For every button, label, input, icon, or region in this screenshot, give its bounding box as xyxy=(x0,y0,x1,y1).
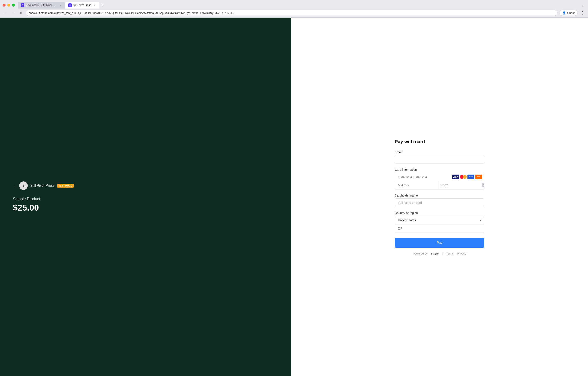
mastercard-icon xyxy=(460,175,467,179)
window-controls xyxy=(2,4,15,7)
tab-favicon-still-river: S xyxy=(68,3,72,7)
form-title: Pay with card xyxy=(395,139,484,145)
svg-rect-0 xyxy=(483,184,485,187)
svg-rect-2 xyxy=(483,186,484,186)
minimize-button[interactable] xyxy=(7,4,10,7)
back-button[interactable]: ← xyxy=(2,10,9,16)
browser-chrome: S Developers – Still River Press × S Sti… xyxy=(0,0,588,18)
left-panel: ← S Still River Press TEST MODE Sample P… xyxy=(0,18,291,376)
payment-form: Pay with card Email Card information VIS… xyxy=(395,139,484,255)
card-icons: VISA AMEX DISC xyxy=(452,175,484,179)
visa-icon: VISA xyxy=(452,175,459,179)
country-group: Country or region United States Canada U… xyxy=(395,211,484,233)
footer-links: Powered by stripe | Terms Privacy xyxy=(395,252,484,255)
country-label: Country or region xyxy=(395,211,484,215)
country-select[interactable]: United States Canada United Kingdom Aust… xyxy=(395,216,480,224)
terms-link[interactable]: Terms xyxy=(446,252,454,255)
page-content: ← S Still River Press TEST MODE Sample P… xyxy=(0,18,588,376)
right-panel: Pay with card Email Card information VIS… xyxy=(291,18,588,376)
cardholder-label: Cardholder name xyxy=(395,194,484,197)
pay-button[interactable]: Pay xyxy=(395,238,484,248)
back-arrow[interactable]: ← xyxy=(13,184,17,188)
maximize-button[interactable] xyxy=(12,4,15,7)
guest-label: Guest xyxy=(567,11,575,14)
tab-title-developers: Developers – Still River Press xyxy=(26,4,57,7)
tab-still-river[interactable]: S Still River Press × xyxy=(65,2,99,9)
email-input[interactable] xyxy=(395,155,484,164)
footer-divider: | xyxy=(442,252,443,255)
powered-by-text: Powered by xyxy=(413,252,428,255)
privacy-link[interactable]: Privacy xyxy=(457,252,466,255)
tab-close-still-river[interactable]: × xyxy=(93,3,97,7)
close-button[interactable] xyxy=(2,4,6,7)
more-options-button[interactable]: ⋮ xyxy=(579,10,586,16)
email-label: Email xyxy=(395,150,484,154)
reload-button[interactable]: ↻ xyxy=(18,10,24,16)
merchant-header: ← S Still River Press TEST MODE xyxy=(13,181,74,190)
address-bar[interactable]: checkout.stripe.com/c/pay/cs_test_a193QH… xyxy=(26,10,557,16)
product-name: Sample Product xyxy=(13,197,40,201)
cvc-input[interactable] xyxy=(438,181,482,189)
country-select-row: United States Canada United Kingdom Aust… xyxy=(395,216,484,224)
svg-rect-1 xyxy=(483,184,484,185)
reload-icon: ↻ xyxy=(20,11,22,14)
cvc-row xyxy=(438,181,484,189)
guest-icon: 👤 xyxy=(562,11,566,14)
country-zip-wrapper: United States Canada United Kingdom Aust… xyxy=(395,216,484,233)
card-info-group: Card information VISA AMEX DISC xyxy=(395,168,484,189)
zip-input[interactable] xyxy=(395,224,484,232)
expiry-input[interactable] xyxy=(395,181,438,189)
cardholder-group: Cardholder name xyxy=(395,194,484,207)
guest-button[interactable]: 👤 Guest xyxy=(559,10,578,16)
test-mode-badge: TEST MODE xyxy=(57,184,74,188)
amex-icon: AMEX xyxy=(468,175,474,179)
card-info-wrapper: VISA AMEX DISC xyxy=(395,173,484,189)
card-number-row: VISA AMEX DISC xyxy=(395,173,484,181)
cvc-card-icon xyxy=(482,183,484,187)
cardholder-input[interactable] xyxy=(395,198,484,207)
stripe-logo: stripe xyxy=(431,252,438,255)
card-info-label: Card information xyxy=(395,168,484,171)
tab-title-still-river: Still River Press xyxy=(73,4,92,7)
new-tab-button[interactable]: + xyxy=(100,2,106,8)
tab-favicon-developers: S xyxy=(21,3,24,7)
email-group: Email xyxy=(395,150,484,164)
merchant-logo: S xyxy=(19,181,28,190)
tab-list-button[interactable]: ⌄ xyxy=(579,2,586,8)
url-display: checkout.stripe.com/c/pay/cs_test_a193QH… xyxy=(29,11,554,14)
tab-developers[interactable]: S Developers – Still River Press × xyxy=(18,2,65,9)
chevron-down-icon: ▾ xyxy=(480,219,484,222)
forward-button[interactable]: → xyxy=(10,10,16,16)
card-bottom-row xyxy=(395,181,484,189)
discover-icon: DISC xyxy=(475,175,482,179)
tab-bar: S Developers – Still River Press × S Sti… xyxy=(0,0,588,9)
product-price: $25.00 xyxy=(13,203,39,212)
address-bar-row: ← → ↻ checkout.stripe.com/c/pay/cs_test_… xyxy=(0,9,588,18)
card-number-input[interactable] xyxy=(395,173,452,181)
merchant-name: Still River Press xyxy=(30,184,54,188)
tab-close-developers[interactable]: × xyxy=(58,3,62,7)
